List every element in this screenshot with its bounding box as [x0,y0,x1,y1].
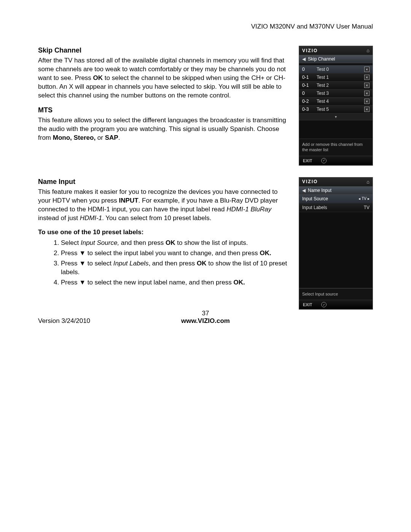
step-3: Press ▼ to select Input Labels, and then… [61,259,291,277]
name-input-row[interactable]: Input LabelsTV [299,203,373,212]
preset-labels-sub: To use one of the 10 preset labels: [38,228,291,237]
step-1: Select Input Source, and then press OK t… [61,239,291,248]
skip-checkbox[interactable]: × [364,83,370,88]
step-4: Press ▼ to select the new input label na… [61,278,291,287]
channel-number: 0-2 [302,99,313,104]
home-icon[interactable]: ⌂ [366,179,370,185]
document-footer: Version 3/24/2010 37 www.VIZIO.com . [38,317,373,325]
osd-name-input: VIZIO ⌂ ◀ Name Input Input Source◂ TV ▸I… [299,177,373,310]
channel-label: Test 1 [317,75,329,80]
row-label: Input Labels [302,205,327,210]
arrow-left-icon[interactable]: ◂ [358,197,360,201]
mts-heading: MTS [38,105,291,115]
osd2-help-text: Select Input source [299,288,373,300]
row-value: TV [364,205,370,210]
back-icon[interactable]: ◀ [302,56,306,62]
channel-row[interactable]: 0-1Test 1× [299,73,373,81]
channel-number: 0 [302,91,313,96]
mts-body: This feature allows you to select the di… [38,116,291,142]
back-icon[interactable]: ◀ [302,188,306,193]
ok-icon[interactable]: ✓ [321,302,327,307]
step-2: Press ▼ to select the input label you wa… [61,249,291,258]
channel-number: 0-3 [302,107,313,112]
website-url: www.VIZIO.com [38,317,373,325]
channel-row[interactable]: 0Test 0× [299,66,373,73]
arrow-right-icon[interactable]: ▸ [368,197,370,201]
channel-row[interactable]: 0-3Test 5× [299,105,373,113]
skip-channel-text: Skip Channel After the TV has stored all… [38,46,291,148]
skip-checkbox[interactable]: × [364,99,370,104]
osd1-help-text: Add or remove this channel from the mast… [299,139,373,156]
osd2-title: Name Input [308,188,331,193]
channel-label: Test 4 [317,99,329,104]
skip-channel-body: After the TV has stored all of the avail… [38,56,291,100]
skip-channel-heading: Skip Channel [38,46,291,55]
home-icon[interactable]: ⌂ [366,48,370,53]
channel-label: Test 0 [317,67,329,72]
channel-label: Test 3 [317,91,329,96]
skip-checkbox[interactable]: × [364,67,370,72]
name-input-heading: Name Input [38,177,291,186]
skip-checkbox[interactable]: × [364,75,370,80]
preset-labels-steps: Select Input Source, and then press OK t… [61,239,291,287]
channel-number: 0-1 [302,83,313,88]
row-label: Input Source [302,196,328,201]
channel-row[interactable]: 0-2Test 4× [299,97,373,105]
osd-skip-channel: VIZIO ⌂ ◀ Skip Channel 0Test 0×0-1Test 1… [299,46,373,166]
channel-row[interactable]: 0-1Test 2× [299,81,373,89]
vizio-logo: VIZIO [302,179,318,184]
channel-number: 0-1 [302,75,313,80]
vizio-logo: VIZIO [302,48,318,53]
channel-label: Test 2 [317,83,329,88]
exit-button[interactable]: EXIT [303,158,312,163]
exit-button[interactable]: EXIT [303,302,312,307]
page-number: 37 [38,310,373,317]
channel-row[interactable]: 0Test 3× [299,89,373,97]
osd1-title: Skip Channel [308,56,335,62]
channel-label: Test 5 [317,107,329,112]
name-input-text: Name Input This feature makes it easier … [38,177,291,289]
document-header: VIZIO M320NV and M370NV User Manual [38,23,373,30]
skip-checkbox[interactable]: × [364,107,370,112]
channel-number: 0 [302,67,313,72]
skip-checkbox[interactable]: × [364,91,370,96]
name-input-body: This feature makes it easier for you to … [38,188,291,223]
name-input-row[interactable]: Input Source◂ TV ▸ [299,195,373,203]
ok-icon[interactable]: ✓ [321,158,327,163]
scroll-down-icon[interactable]: ▾ [299,113,373,120]
